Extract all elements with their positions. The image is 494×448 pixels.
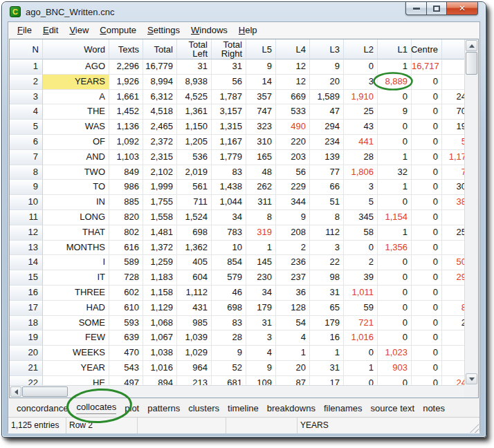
- value-cell[interactable]: 0: [412, 165, 442, 180]
- word-cell[interactable]: HAD: [43, 301, 109, 316]
- value-cell[interactable]: [442, 241, 464, 256]
- value-cell[interactable]: 22: [310, 255, 344, 270]
- value-cell[interactable]: 490: [276, 120, 310, 135]
- value-cell[interactable]: 4: [276, 330, 310, 346]
- value-cell[interactable]: 47: [310, 104, 344, 120]
- value-cell[interactable]: 203: [276, 150, 310, 165]
- value-cell[interactable]: 8: [442, 301, 464, 316]
- value-cell[interactable]: 1,356: [378, 241, 412, 256]
- value-cell[interactable]: 698: [212, 301, 246, 316]
- word-cell[interactable]: MONTHS: [43, 241, 109, 256]
- table-row[interactable]: 3A1,6616,3124,5251,7873576691,5891,91000…: [10, 90, 464, 105]
- value-cell[interactable]: 9: [246, 361, 276, 376]
- value-cell[interactable]: 310: [246, 135, 276, 150]
- table-row[interactable]: 21YEAR5431,016964529203119030: [10, 361, 464, 376]
- value-cell[interactable]: [442, 346, 464, 361]
- table-row[interactable]: 9TO9861,9995611,4382622296631030: [10, 180, 464, 195]
- value-cell[interactable]: 470: [109, 346, 143, 361]
- value-cell[interactable]: 1,558: [143, 210, 177, 225]
- value-cell[interactable]: 8: [310, 210, 344, 225]
- value-cell[interactable]: 14: [246, 75, 276, 90]
- value-cell[interactable]: 1,158: [143, 286, 177, 301]
- value-cell[interactable]: 1,779: [212, 150, 246, 165]
- value-cell[interactable]: 1,129: [143, 301, 177, 316]
- value-cell[interactable]: 802: [109, 225, 143, 241]
- table-row[interactable]: 5WAS1,1362,4651,1501,315323490294430019: [10, 120, 464, 135]
- value-cell[interactable]: 903: [378, 361, 412, 376]
- value-cell[interactable]: 56: [212, 75, 246, 90]
- value-cell[interactable]: 5: [344, 195, 378, 210]
- value-cell[interactable]: 1,362: [177, 241, 212, 256]
- value-cell[interactable]: 0: [412, 301, 442, 316]
- value-cell[interactable]: 109: [246, 376, 276, 385]
- menu-compute[interactable]: Compute: [94, 23, 142, 37]
- value-cell[interactable]: 3,157: [212, 104, 246, 120]
- value-cell[interactable]: 1,103: [109, 150, 143, 165]
- value-cell[interactable]: 2,296: [109, 59, 143, 75]
- value-cell[interactable]: 0: [344, 346, 378, 361]
- value-cell[interactable]: 54: [276, 316, 310, 331]
- value-cell[interactable]: 0: [412, 286, 442, 301]
- value-cell[interactable]: 4: [246, 346, 276, 361]
- value-cell[interactable]: 1: [310, 346, 344, 361]
- value-cell[interactable]: 0: [378, 330, 412, 346]
- titlebar[interactable]: C ago_BNC_Written.cnc ✕: [2, 2, 486, 21]
- value-cell[interactable]: 497: [109, 376, 143, 385]
- value-cell[interactable]: 0: [412, 225, 442, 241]
- value-cell[interactable]: 24: [442, 90, 464, 105]
- value-cell[interactable]: 0: [378, 135, 412, 150]
- value-cell[interactable]: 2: [442, 316, 464, 331]
- value-cell[interactable]: 0: [412, 195, 442, 210]
- value-cell[interactable]: 604: [177, 270, 212, 286]
- table-row[interactable]: 22HE497894213681109871700024: [10, 376, 464, 385]
- column-header-word[interactable]: Word: [43, 39, 109, 59]
- tab-breakdowns[interactable]: breakdowns: [263, 403, 320, 413]
- value-cell[interactable]: [442, 361, 464, 376]
- value-cell[interactable]: 1,167: [212, 135, 246, 150]
- value-cell[interactable]: 17: [310, 376, 344, 385]
- value-cell[interactable]: 3: [246, 330, 276, 346]
- value-cell[interactable]: 294: [310, 120, 344, 135]
- value-cell[interactable]: 0: [378, 376, 412, 385]
- value-cell[interactable]: 1,038: [143, 346, 177, 361]
- value-cell[interactable]: 9: [276, 210, 310, 225]
- table-row[interactable]: 16THREE6021,1581,112463436311,01100: [10, 286, 464, 301]
- value-cell[interactable]: 986: [109, 180, 143, 195]
- value-cell[interactable]: 1,787: [212, 90, 246, 105]
- value-cell[interactable]: 1,016: [344, 330, 378, 346]
- column-header-l5[interactable]: L5: [246, 39, 276, 59]
- value-cell[interactable]: 1: [246, 241, 276, 256]
- value-cell[interactable]: 9: [212, 346, 246, 361]
- value-cell[interactable]: 0: [378, 90, 412, 105]
- value-cell[interactable]: 65: [310, 301, 344, 316]
- word-cell[interactable]: FEW: [43, 330, 109, 346]
- value-cell[interactable]: 345: [344, 210, 378, 225]
- value-cell[interactable]: 12: [276, 75, 310, 90]
- value-cell[interactable]: 10: [212, 241, 246, 256]
- value-cell[interactable]: 87: [276, 376, 310, 385]
- value-cell[interactable]: 3: [310, 241, 344, 256]
- value-cell[interactable]: 30: [442, 180, 464, 195]
- word-cell[interactable]: I: [43, 255, 109, 270]
- value-cell[interactable]: 820: [109, 210, 143, 225]
- value-cell[interactable]: 1,092: [109, 135, 143, 150]
- value-cell[interactable]: 0: [412, 376, 442, 385]
- horizontal-scrollbar[interactable]: [10, 385, 478, 398]
- value-cell[interactable]: 0: [412, 316, 442, 331]
- value-cell[interactable]: 213: [177, 376, 212, 385]
- menu-file[interactable]: File: [12, 23, 37, 37]
- value-cell[interactable]: 139: [310, 150, 344, 165]
- scroll-left-button[interactable]: [10, 386, 21, 397]
- value-cell[interactable]: 311: [246, 195, 276, 210]
- value-cell[interactable]: 38: [442, 195, 464, 210]
- value-cell[interactable]: 533: [276, 104, 310, 120]
- value-cell[interactable]: 0: [412, 241, 442, 256]
- word-cell[interactable]: YEAR: [43, 361, 109, 376]
- table-row[interactable]: 14I5891,2594058541452362220050: [10, 255, 464, 270]
- value-cell[interactable]: 894: [143, 376, 177, 385]
- value-cell[interactable]: 28: [212, 330, 246, 346]
- column-header-texts[interactable]: Texts: [109, 39, 143, 59]
- table-row[interactable]: 12THAT8021,481698783319208112581025: [10, 225, 464, 241]
- value-cell[interactable]: 5: [442, 135, 464, 150]
- value-cell[interactable]: 20: [310, 75, 344, 90]
